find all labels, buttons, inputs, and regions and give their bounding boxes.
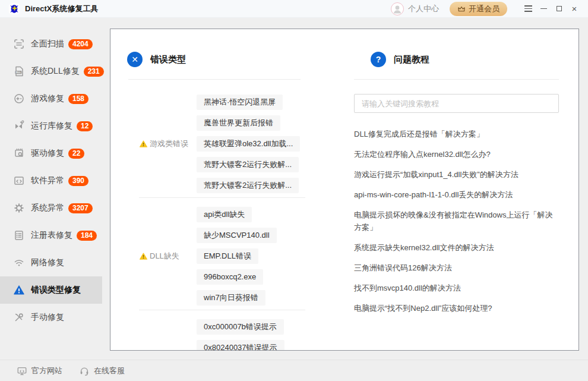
registry-list-icon [13,229,25,241]
error-panel-title: 错误类型 [150,54,186,65]
divider [354,79,559,80]
tutorial-link[interactable]: DLL修复完成后还是报错「解决方案」 [354,128,559,140]
x-circle-icon: ✕ [127,52,143,67]
sidebar-item-system-errors[interactable]: 系统异常 3207 [0,194,110,222]
tutorial-panel-title: 问题教程 [394,54,429,65]
error-item-button[interactable]: 魔兽世界更新后报错 [197,115,280,131]
gear-icon [13,202,25,214]
sidebar-item-error-type-repair[interactable]: 错误类型修复 [0,276,102,304]
error-item-button[interactable]: 缺少MSCVP140.dll [197,228,277,243]
maximize-icon[interactable] [551,2,567,16]
minimize-icon[interactable] [536,2,551,16]
member-button-label: 开通会员 [469,4,500,14]
error-item-button[interactable]: 0x80240037错误提示 [197,340,284,351]
tutorial-link[interactable]: 无法定位程序输入点kernel32.dll怎么办? [354,148,559,160]
sidebar-item-game-repair[interactable]: 游戏修复 158 [0,85,110,112]
tutorial-link[interactable]: 电脑提示“找不到Nep2.dll”应该如何处理? [354,302,559,314]
error-item-button[interactable]: 英雄联盟弹ole32.dll加载... [197,136,300,152]
warning-triangle-icon [13,284,25,296]
sidebar-item-label: 网络修复 [31,257,64,268]
tutorial-link[interactable]: 三角洲错误代码126解决方法 [354,262,559,274]
sidebar: 全面扫描 4204 DLL 系统DLL修复 231 [0,18,110,360]
sidebar-item-system-dll-repair[interactable]: DLL 系统DLL修复 231 [0,58,110,85]
tools-icon [13,311,25,323]
count-badge: 231 [84,67,104,77]
count-badge: 22 [68,149,84,159]
crown-icon [457,5,466,12]
official-site-link[interactable]: 官方网站 [17,366,62,376]
gamepad-icon [13,93,25,105]
error-group-game: 游戏类错误 黑神话·悟空闪退黑屏 魔兽世界更新后报错 英雄联盟弹ole32.dl… [139,95,306,193]
driver-chip-icon [13,147,25,159]
sidebar-item-label: 全面扫描 [31,39,64,49]
directx-logo-icon [8,3,20,15]
error-item-button[interactable]: api类dll缺失 [197,207,252,222]
sidebar-item-label: 系统DLL修复 [31,66,80,77]
sidebar-item-label: 驱动修复 [31,148,64,159]
wifi-icon [13,257,25,269]
online-service-link[interactable]: 在线客服 [79,366,125,376]
error-item-button[interactable]: EMP.DLL错误 [197,248,258,264]
error-item-button[interactable]: 荒野大镖客2运行失败解... [197,157,299,172]
sidebar-item-software-errors[interactable]: 软件异常 390 [0,167,110,194]
open-membership-button[interactable]: 开通会员 [450,2,507,16]
main-panel: ✕ 错误类型 ? 问题教程 游戏类错误 黑神话· [110,29,579,351]
divider [139,197,305,198]
sidebar-item-label: 系统异常 [31,203,64,213]
dll-file-icon: DLL [13,65,25,77]
user-avatar[interactable] [391,2,404,15]
warning-yellow-icon [139,252,148,260]
error-group-label: DLL缺失 [139,207,197,306]
error-group-dll-missing: DLL缺失 api类dll缺失 缺少MSCVP140.dll EMP.DLL错误… [139,207,306,306]
tutorial-link[interactable]: 电脑提示损坏的映像&没有被指定在Windows上运行「解决方案」 [354,209,559,234]
count-badge: 4204 [68,39,93,49]
sidebar-item-manual-repair[interactable]: 手动修复 [0,304,110,331]
runtime-icon [13,120,25,132]
tutorial-link[interactable]: 找不到msvcp140.dll的解决方法 [354,282,559,294]
error-item-button[interactable]: 996boxcq2.exe [197,269,263,285]
sidebar-item-network-repair[interactable]: 网络修复 [0,249,110,276]
error-group-label: 游戏类错误 [139,95,197,193]
menu-icon[interactable] [520,2,536,16]
error-item-button[interactable]: 黑神话·悟空闪退黑屏 [197,95,283,110]
sidebar-item-label: 游戏修复 [31,93,64,104]
sidebar-item-registry-repair[interactable]: 注册表修复 184 [0,222,110,249]
user-center-link[interactable]: 个人中心 [408,4,439,14]
sidebar-item-runtime-repair[interactable]: 运行库修复 12 [0,112,110,140]
count-badge: 184 [77,231,97,241]
count-badge: 390 [68,176,88,186]
app-window: DirectX系统修复工具 个人中心 开通会员 × [0,0,588,381]
monitor-icon [17,366,27,376]
code-window-icon [13,175,25,187]
count-badge: 3207 [68,203,93,213]
sidebar-item-label: 错误类型修复 [31,285,81,295]
close-icon[interactable]: × [567,2,582,16]
question-circle-icon: ? [371,52,386,67]
error-group-codes: 0xc000007b错误提示 0x80240037错误提示 [139,319,306,351]
app-title: DirectX系统修复工具 [25,4,99,14]
sidebar-item-label: 运行库修复 [31,121,72,131]
svg-text:DLL: DLL [16,71,21,74]
sidebar-item-driver-repair[interactable]: 驱动修复 22 [0,140,110,167]
tutorial-link[interactable]: 游戏运行提示“加载xinput1_4.dll失败”的解决方法 [354,168,559,181]
count-badge: 12 [77,121,93,131]
divider [139,310,305,310]
scan-icon [13,38,25,50]
warning-yellow-icon [139,140,148,148]
tutorial-link[interactable]: 系统提示缺失kernel32.dll文件的解决方法 [354,241,559,254]
error-groups: 游戏类错误 黑神话·悟空闪退黑屏 魔兽世界更新后报错 英雄联盟弹ole32.dl… [139,95,306,351]
footer-bar: 官方网站 在线客服 [0,360,588,381]
error-item-button[interactable]: 0xc000007b错误提示 [197,319,284,335]
tutorial-link[interactable]: api-ms-win-core-path-l1-1-0.dll丢失的解决方法 [354,188,559,201]
person-icon [391,3,403,15]
error-item-button[interactable]: win7向日葵报错 [197,290,265,306]
sidebar-item-label: 手动修复 [31,312,64,323]
count-badge: 158 [68,94,88,104]
divider [128,79,301,80]
tutorial-panel-header: ? 问题教程 [371,52,429,67]
error-panel-header: ✕ 错误类型 [127,52,186,67]
sidebar-item-full-scan[interactable]: 全面扫描 4204 [0,30,110,58]
error-item-button[interactable]: 荒野大镖客2运行失败解... [197,178,299,193]
tutorial-search-input[interactable] [354,94,559,113]
sidebar-item-label: 注册表修复 [31,230,72,241]
